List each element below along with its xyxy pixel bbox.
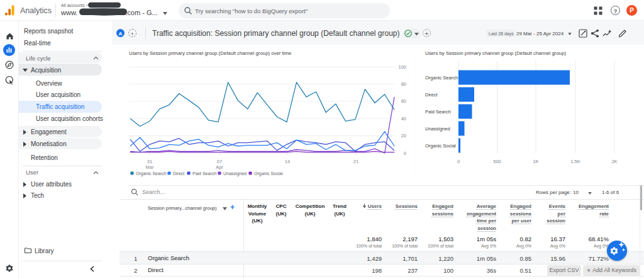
svg-text:2K: 2K <box>611 159 617 164</box>
svg-text:Mar: Mar <box>146 164 154 170</box>
svg-text:21: 21 <box>353 159 358 164</box>
svg-text:Direct: Direct <box>173 171 184 176</box>
svg-text:Unassigned: Unassigned <box>223 171 247 176</box>
svg-text:Users by Session primary chann: Users by Session primary channel group (… <box>425 50 566 56</box>
svg-text:Paid Search: Paid Search <box>192 171 216 176</box>
svg-text:Paid Search: Paid Search <box>425 109 451 115</box>
svg-text:Users by Session primary chann: Users by Session primary channel group (… <box>129 50 291 56</box>
svg-text:0: 0 <box>404 151 406 156</box>
svg-text:80: 80 <box>401 81 406 87</box>
svg-text:Organic Social: Organic Social <box>425 143 456 149</box>
svg-text:Unassigned: Unassigned <box>425 126 450 132</box>
svg-text:Organic Search: Organic Search <box>136 171 167 176</box>
svg-text:100: 100 <box>398 64 406 70</box>
svg-text:Direct: Direct <box>425 92 438 98</box>
svg-text:Organic Search: Organic Search <box>425 75 458 81</box>
svg-text:60: 60 <box>401 98 406 104</box>
svg-text:31: 31 <box>147 159 152 164</box>
svg-text:1.5K: 1.5K <box>570 159 580 164</box>
svg-text:14: 14 <box>285 159 290 164</box>
svg-text:Organic Social: Organic Social <box>254 171 283 176</box>
svg-text:0: 0 <box>457 159 460 164</box>
svg-text:Apr: Apr <box>216 164 223 170</box>
svg-text:40: 40 <box>401 116 406 122</box>
svg-text:07: 07 <box>217 159 222 164</box>
svg-text:500: 500 <box>493 159 501 164</box>
svg-text:1K: 1K <box>533 159 538 164</box>
svg-text:20: 20 <box>401 133 406 139</box>
